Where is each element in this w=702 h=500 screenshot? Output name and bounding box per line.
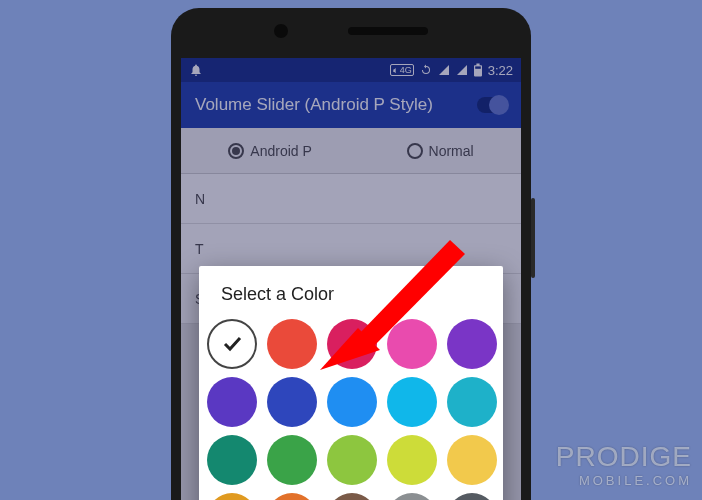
color-swatch[interactable]: [207, 435, 257, 485]
phone-side-button: [531, 198, 535, 278]
color-swatch[interactable]: [447, 493, 497, 500]
color-swatch[interactable]: [327, 377, 377, 427]
color-grid: [213, 319, 493, 500]
color-picker-dialog: Select a Color: [199, 266, 503, 500]
phone-notch: [171, 24, 531, 38]
color-swatch[interactable]: [207, 493, 257, 500]
color-swatch[interactable]: [387, 493, 437, 500]
screen: 4G 3:22 Volume Slider (Android P Style) …: [181, 58, 521, 500]
watermark-main: PRODIGE: [556, 441, 692, 472]
color-swatch[interactable]: [387, 319, 437, 369]
check-icon: [220, 332, 244, 356]
color-swatch[interactable]: [207, 319, 257, 369]
watermark: PRODIGE MOBILE.COM: [556, 441, 692, 488]
color-swatch[interactable]: [207, 377, 257, 427]
color-swatch[interactable]: [447, 377, 497, 427]
color-swatch[interactable]: [447, 319, 497, 369]
speaker-grille: [348, 27, 428, 35]
color-swatch[interactable]: [267, 319, 317, 369]
camera-dot: [274, 24, 288, 38]
dialog-title: Select a Color: [221, 284, 493, 305]
color-swatch[interactable]: [267, 377, 317, 427]
color-swatch[interactable]: [327, 435, 377, 485]
color-swatch[interactable]: [327, 319, 377, 369]
color-swatch[interactable]: [387, 377, 437, 427]
watermark-sub: MOBILE.COM: [556, 473, 692, 488]
color-swatch[interactable]: [267, 493, 317, 500]
color-swatch[interactable]: [267, 435, 317, 485]
color-swatch[interactable]: [387, 435, 437, 485]
color-swatch[interactable]: [327, 493, 377, 500]
color-swatch[interactable]: [447, 435, 497, 485]
phone-frame: 4G 3:22 Volume Slider (Android P Style) …: [171, 8, 531, 500]
